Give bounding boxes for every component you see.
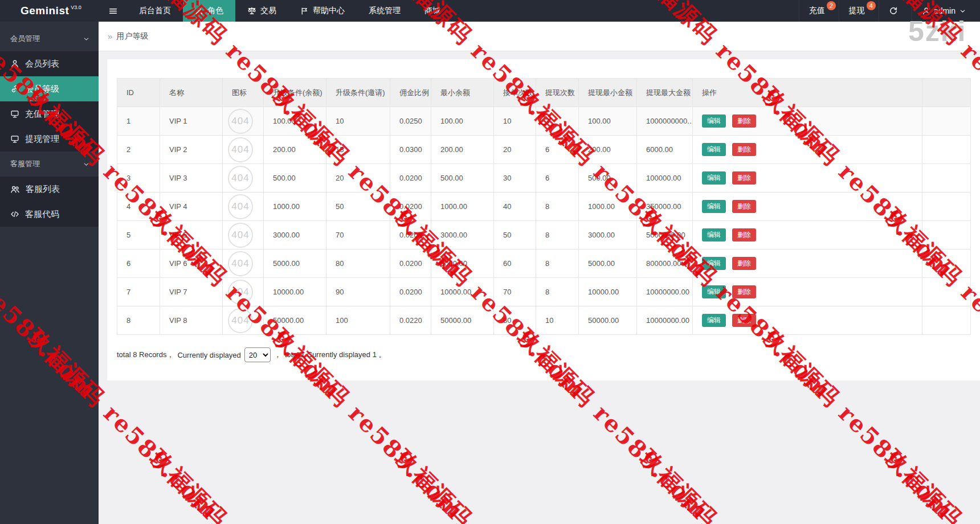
flag-icon xyxy=(300,7,309,15)
edit-button[interactable]: 编辑 xyxy=(702,314,726,328)
cell-withdraw_times: 8 xyxy=(536,278,579,306)
table-header-row: ID名称图标升级条件(余额)升级条件(邀请)佣金比例最小余额接单次数提现次数提现… xyxy=(117,79,971,107)
sidebar-item-提现管理[interactable]: 提现管理 xyxy=(0,126,99,152)
sidebar-item-客服列表[interactable]: 客服列表 xyxy=(0,177,99,202)
delete-button[interactable]: 删除 xyxy=(732,228,756,242)
cell-actions: 编辑删除 xyxy=(693,136,922,164)
cell-id: 7 xyxy=(117,278,160,306)
cell-min_balance: 50000.00 xyxy=(431,306,494,335)
delete-button[interactable]: 删除 xyxy=(732,143,756,157)
sidebar-item-充值管理[interactable]: 充值管理 xyxy=(0,101,99,126)
table-row: 2VIP 2404200.00150.0300200.00206200.0060… xyxy=(117,136,971,164)
cell-upgrade_balance: 200.00 xyxy=(264,136,326,164)
user-menu[interactable]: admin xyxy=(912,0,980,22)
delete-button[interactable]: 删除 xyxy=(732,171,756,185)
cell-filler xyxy=(922,249,971,278)
cell-withdraw_max: 350000.00 xyxy=(637,193,693,221)
sidebar-section-会员管理[interactable]: 会员管理 xyxy=(0,26,99,51)
delete-button[interactable]: 删除 xyxy=(732,200,756,214)
cell-commission: 0.0300 xyxy=(390,136,431,164)
edit-button[interactable]: 编辑 xyxy=(702,285,726,299)
cell-upgrade_balance: 1000.00 xyxy=(264,193,326,221)
page-size-select[interactable]: 20 xyxy=(244,347,271,362)
cell-upgrade_invite: 100 xyxy=(326,306,390,335)
sidebar-item-会员等级[interactable]: 会员等级 xyxy=(0,76,99,101)
cell-withdraw_times: 3 xyxy=(536,107,579,136)
person-icon xyxy=(195,7,203,15)
edit-button[interactable]: 编辑 xyxy=(702,228,726,242)
withdraw-label: 提现 xyxy=(849,6,865,16)
cell-upgrade_invite: 50 xyxy=(326,193,390,221)
cell-orders: 20 xyxy=(494,136,536,164)
cell-withdraw_min: 10000.00 xyxy=(579,278,637,306)
user-icon xyxy=(10,59,19,68)
column-header: 升级条件(余额) xyxy=(264,79,326,107)
topbar-spacer xyxy=(452,0,799,22)
cell-actions: 编辑删除 xyxy=(693,278,922,306)
nav-item-系统管理[interactable]: 系统管理 xyxy=(357,0,413,22)
cell-withdraw_min: 3000.00 xyxy=(579,221,637,249)
cell-actions: 编辑删除 xyxy=(693,221,922,249)
sidebar-item-会员列表[interactable]: 会员列表 xyxy=(0,51,99,76)
edit-button[interactable]: 编辑 xyxy=(702,200,726,214)
nav-item-帮助中心[interactable]: 帮助中心 xyxy=(288,0,357,22)
withdraw-button[interactable]: 提现 4 xyxy=(839,0,879,22)
delete-button[interactable]: 删除 xyxy=(732,285,756,299)
edit-button[interactable]: 编辑 xyxy=(702,171,726,185)
broken-image-404-icon: 404 xyxy=(228,251,253,276)
cell-actions: 编辑删除 xyxy=(693,107,922,136)
refresh-button[interactable] xyxy=(879,0,912,22)
cell-orders: 30 xyxy=(494,164,536,193)
cell-icon: 404 xyxy=(223,306,264,335)
cell-upgrade_balance: 500.00 xyxy=(264,164,326,193)
column-header: ID xyxy=(117,79,160,107)
table-row: 7VIP 740410000.00900.020010000.007081000… xyxy=(117,278,971,306)
cell-name: VIP 8 xyxy=(160,306,223,335)
cell-actions: 编辑删除 xyxy=(693,193,922,221)
cell-id: 6 xyxy=(117,249,160,278)
cell-upgrade_balance: 3000.00 xyxy=(264,221,326,249)
sidebar-section-客服管理[interactable]: 客服管理 xyxy=(0,152,99,177)
cell-withdraw_max: 10000000.00 xyxy=(637,278,693,306)
cell-actions: 编辑删除 xyxy=(693,306,922,335)
delete-button[interactable]: 删除 xyxy=(732,114,756,128)
cell-icon: 404 xyxy=(223,193,264,221)
nav-item-后台首页[interactable]: 后台首页 xyxy=(127,0,183,22)
broken-image-404-icon: 404 xyxy=(228,166,253,191)
sidebar-section-label: 客服管理 xyxy=(10,159,40,169)
delete-button[interactable]: 删除 xyxy=(732,257,756,271)
cell-upgrade_balance: 5000.00 xyxy=(264,249,326,278)
users-icon xyxy=(10,185,20,194)
table-row: 1VIP 1404100.00100.0250100.00103100.0010… xyxy=(117,107,971,136)
cell-id: 2 xyxy=(117,136,160,164)
brand-logo: Geminist V3.0 xyxy=(0,0,99,22)
column-header: 最小余额 xyxy=(431,79,494,107)
column-header: 接单次数 xyxy=(494,79,536,107)
recharge-button[interactable]: 充值 2 xyxy=(799,0,839,22)
edit-button[interactable]: 编辑 xyxy=(702,114,726,128)
edit-button[interactable]: 编辑 xyxy=(702,143,726,157)
sidebar-item-客服代码[interactable]: 客服代码 xyxy=(0,202,99,227)
cell-icon: 404 xyxy=(223,249,264,278)
cell-withdraw_min: 50000.00 xyxy=(579,306,637,335)
cell-withdraw_max: 800000.00 xyxy=(637,249,693,278)
sidebar-toggle-button[interactable] xyxy=(99,0,127,22)
nav-item-商城[interactable]: 商城 xyxy=(413,0,452,22)
cell-orders: 40 xyxy=(494,193,536,221)
delete-button[interactable]: 删除 xyxy=(732,314,756,328)
cell-commission: 0.0250 xyxy=(390,107,431,136)
cell-withdraw_times: 10 xyxy=(536,306,579,335)
pagination-displayed-label: Currently displayed xyxy=(177,351,240,359)
nav-item-交易[interactable]: 交易 xyxy=(235,0,288,22)
cell-upgrade_invite: 10 xyxy=(326,107,390,136)
column-header: 佣金比例 xyxy=(390,79,431,107)
pagination-pages: total 1 Currently displayed 1 。 xyxy=(285,350,386,360)
pagination-total: total 8 Records， xyxy=(117,350,174,360)
edit-button[interactable]: 编辑 xyxy=(702,257,726,271)
user-levels-table: ID名称图标升级条件(余额)升级条件(邀请)佣金比例最小余额接单次数提现次数提现… xyxy=(117,78,971,335)
cell-commission: 0.0200 xyxy=(390,221,431,249)
nav-item-角色[interactable]: 角色 xyxy=(183,0,235,22)
column-header: 提现最小金额 xyxy=(579,79,637,107)
cell-icon: 404 xyxy=(223,136,264,164)
pagination: total 8 Records， Currently displayed 20 … xyxy=(117,347,970,362)
